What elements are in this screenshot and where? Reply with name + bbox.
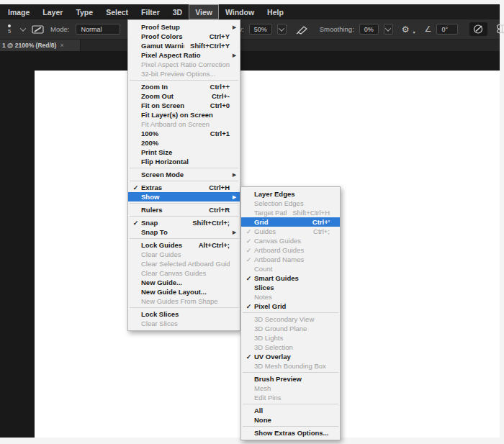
- menu-item-label: Layer Edges: [254, 190, 330, 198]
- airbrush-icon[interactable]: [296, 24, 309, 35]
- menu-item-fit-on-screen[interactable]: Fit on ScreenCtrl+0: [128, 101, 240, 110]
- menu-item-new-guide[interactable]: New Guide...: [128, 278, 240, 287]
- menu-item-shortcut: Ctrl+Y: [210, 32, 230, 40]
- menu-item-flip-horizontal[interactable]: Flip Horizontal: [128, 157, 240, 166]
- menu-item-brush-preview[interactable]: Brush Preview: [241, 374, 340, 384]
- submenu-arrow-icon: ▶: [230, 53, 236, 58]
- menu-item-guides: ✓GuidesCtrl+;: [241, 227, 340, 236]
- menu-item-snap-to[interactable]: Snap To▶: [128, 227, 240, 237]
- menu-item-label: Print Size: [141, 148, 230, 156]
- airbrush-toggle-button[interactable]: [469, 22, 487, 36]
- menu-separator: [130, 307, 238, 308]
- menu-item-edit-pins: Edit Pins: [241, 393, 340, 402]
- menu-item-3d-mesh-bounding-box: 3D Mesh Bounding Box: [241, 361, 340, 371]
- brush-settings-panel-icon[interactable]: [32, 24, 44, 35]
- menu-item-none[interactable]: None: [241, 415, 340, 425]
- menu-item-lock-guides[interactable]: Lock GuidesAlt+Ctrl+;: [128, 240, 240, 250]
- menu-item-print-size[interactable]: Print Size: [128, 148, 240, 157]
- menu-item-lock-slices[interactable]: Lock Slices: [128, 309, 240, 319]
- menu-item-3d-lights: 3D Lights: [241, 333, 340, 343]
- menu-item-label: New Guides From Shape: [141, 297, 230, 305]
- view-menu-dropdown: Proof Setup▶Proof ColorsCtrl+YGamut Warn…: [127, 19, 240, 331]
- menu-item-new-guide-layout[interactable]: New Guide Layout...: [128, 287, 240, 296]
- menu-item-shortcut: Shift+Ctrl+;: [192, 219, 230, 227]
- menu-item-rulers[interactable]: RulersCtrl+R: [128, 205, 240, 214]
- menu-item-count: Count: [241, 264, 340, 273]
- menu-item-100[interactable]: 100%Ctrl+1: [128, 129, 240, 138]
- menu-item-show[interactable]: Show▶: [128, 192, 240, 201]
- menu-item-snap[interactable]: ✓SnapShift+Ctrl+;: [128, 218, 240, 227]
- document-tab[interactable]: 1 @ 2100% (Red/8) ×: [0, 40, 81, 51]
- menu-item-all[interactable]: All: [241, 406, 340, 415]
- menubar-item-help[interactable]: Help: [261, 4, 290, 19]
- menu-item-label: Smart Guides: [254, 274, 330, 282]
- menu-item-smart-guides[interactable]: ✓Smart Guides: [241, 273, 340, 283]
- menu-item-proof-colors[interactable]: Proof ColorsCtrl+Y: [128, 32, 240, 41]
- menubar-item-window[interactable]: Window: [219, 4, 261, 19]
- menu-item-label: Proof Setup: [141, 23, 230, 31]
- blend-mode-select[interactable]: Normal: [76, 24, 120, 35]
- menu-item-show-extras-options[interactable]: Show Extras Options...: [241, 428, 340, 438]
- mode-label: Mode:: [50, 25, 69, 33]
- brush-angle-input[interactable]: 0°: [436, 24, 458, 35]
- menu-item-label: Proof Colors: [141, 32, 204, 40]
- menu-item-shortcut: Ctrl+': [312, 218, 330, 226]
- menubar-item-3d[interactable]: 3D: [166, 4, 189, 19]
- menu-item-uv-overlay[interactable]: ✓UV Overlay: [241, 352, 340, 361]
- menu-item-label: Fit on Screen: [141, 101, 204, 109]
- paint-symmetry-butterfly-icon[interactable]: [495, 24, 504, 35]
- menu-item-clear-guides: Clear Guides: [128, 250, 240, 259]
- menu-item-label: Show: [141, 193, 230, 201]
- menu-item-label: Count: [254, 265, 330, 273]
- menu-item-shortcut: Ctrl+0: [210, 101, 230, 109]
- checkmark-icon: ✓: [243, 353, 254, 361]
- submenu-arrow-icon: ▶: [230, 172, 236, 178]
- menu-item-grid[interactable]: GridCtrl+': [241, 217, 340, 227]
- menu-item-layer-edges[interactable]: Layer Edges: [241, 189, 340, 199]
- menu-item-label: Snap: [141, 219, 186, 227]
- menubar-item-filter[interactable]: Filter: [135, 4, 166, 19]
- menubar-item-image[interactable]: Image: [1, 4, 36, 19]
- menu-item-artboard-guides: ✓Artboard Guides: [241, 245, 340, 255]
- menubar-item-select[interactable]: Select: [99, 4, 135, 19]
- menu-bar: ImageLayerTypeSelectFilter3DViewWindowHe…: [0, 4, 500, 19]
- menu-item-zoom-in[interactable]: Zoom InCtrl++: [128, 82, 240, 91]
- menu-item-pixel-aspect-ratio[interactable]: Pixel Aspect Ratio▶: [128, 50, 240, 60]
- smoothing-chevron[interactable]: [384, 24, 393, 35]
- menu-item-proof-setup[interactable]: Proof Setup▶: [128, 22, 240, 32]
- menu-item-label: Target Path: [254, 209, 287, 217]
- menubar-item-layer[interactable]: Layer: [36, 4, 69, 19]
- menu-item-clear-canvas-guides: Clear Canvas Guides: [128, 268, 240, 278]
- brush-preset-picker[interactable]: 5: [4, 24, 14, 35]
- smoothing-select[interactable]: 0%: [359, 24, 379, 35]
- checkmark-icon: ✓: [243, 228, 254, 235]
- gear-icon[interactable]: ⚙: [402, 25, 410, 34]
- menu-item-new-guides-from-shape: New Guides From Shape: [128, 296, 240, 306]
- menubar-item-view[interactable]: View: [189, 4, 219, 19]
- menu-separator: [130, 181, 238, 181]
- menu-separator: [243, 312, 338, 313]
- menubar-item-type[interactable]: Type: [69, 4, 99, 19]
- menu-item-label: Pixel Aspect Ratio: [141, 51, 230, 59]
- document-tab-bar: 1 @ 2100% (Red/8) ×: [0, 40, 500, 51]
- menu-item-zoom-out[interactable]: Zoom OutCtrl+-: [128, 91, 240, 101]
- menu-item-32-bit-preview-options: 32-bit Preview Options...: [128, 69, 240, 78]
- menu-item-200[interactable]: 200%: [128, 138, 240, 148]
- menu-item-screen-mode[interactable]: Screen Mode▶: [128, 170, 240, 179]
- menu-item-fit-layer-s-on-screen[interactable]: Fit Layer(s) on Screen: [128, 110, 240, 119]
- menu-item-label: Artboard Names: [254, 255, 330, 263]
- menu-item-gamut-warning[interactable]: Gamut WarningShift+Ctrl+Y: [128, 41, 240, 50]
- menu-item-label: Fit Layer(s) on Screen: [141, 111, 230, 119]
- menu-item-label: Clear Guides: [141, 250, 230, 258]
- menu-item-label: New Guide...: [141, 278, 230, 286]
- menu-item-extras[interactable]: ✓ExtrasCtrl+H: [128, 183, 240, 192]
- menu-separator: [243, 426, 338, 427]
- menu-item-label: Pixel Aspect Ratio Correction: [141, 60, 230, 68]
- menu-item-pixel-grid[interactable]: ✓Pixel Grid: [241, 302, 340, 311]
- menu-item-slices[interactable]: Slices: [241, 283, 340, 292]
- flow-select[interactable]: 50%: [249, 24, 272, 35]
- tab-close-icon[interactable]: ×: [60, 42, 63, 49]
- chevron-down-icon[interactable]: [20, 25, 26, 31]
- smoothing-value: 0%: [364, 26, 374, 33]
- flow-chevron[interactable]: [277, 24, 287, 35]
